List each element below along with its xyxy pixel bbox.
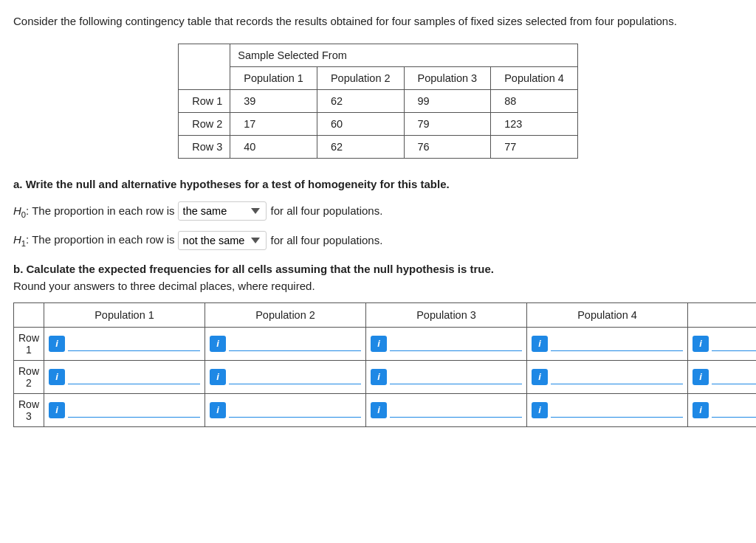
- contingency-row-2: Row 2 17 60 79 123: [179, 112, 578, 135]
- contingency-cell-r3-p3: 76: [404, 135, 491, 158]
- contingency-cell-r2-p4: 123: [491, 112, 578, 135]
- input-r1-p2[interactable]: [229, 336, 361, 351]
- grid-cell-r3-p1: i: [44, 393, 205, 426]
- contingency-cell-r1-p4: 88: [491, 89, 578, 112]
- col-header-pop2: Population 2: [317, 66, 404, 89]
- input-r3-p3[interactable]: [390, 402, 522, 418]
- info-btn-r1-p4[interactable]: i: [532, 336, 548, 352]
- contingency-cell-r2-p1: 17: [230, 112, 317, 135]
- info-btn-r2-p3[interactable]: i: [371, 369, 387, 385]
- info-btn-r3-p4[interactable]: i: [532, 402, 548, 418]
- info-btn-r3-p3[interactable]: i: [371, 402, 387, 418]
- round-note: Round your answers to three decimal plac…: [13, 280, 743, 292]
- grid-col-header-pop4: Population 4: [527, 302, 688, 327]
- contingency-row-3: Row 3 40 62 76 77: [179, 135, 578, 158]
- info-btn-r3-p1[interactable]: i: [49, 402, 65, 418]
- grid-row-label-1: Row1: [14, 327, 44, 360]
- input-r2-total[interactable]: [712, 369, 756, 384]
- hypotheses-section: a. Write the null and alternative hypoth…: [13, 173, 743, 252]
- hypotheses-section-label: a. Write the null and alternative hypoth…: [13, 173, 743, 196]
- col-header-pop1: Population 1: [230, 66, 317, 89]
- col-header-pop4: Population 4: [491, 66, 578, 89]
- grid-col-header-pop3: Population 3: [366, 302, 527, 327]
- h1-dropdown[interactable]: the same not the same: [178, 231, 267, 250]
- contingency-cell-r1-p2: 62: [317, 89, 404, 112]
- h1-suffix: for all four populations.: [271, 229, 383, 252]
- input-r3-total[interactable]: [712, 402, 756, 418]
- contingency-row-1: Row 1 39 62 99 88: [179, 89, 578, 112]
- input-r3-p2[interactable]: [229, 402, 361, 418]
- info-btn-r1-p3[interactable]: i: [371, 336, 387, 352]
- contingency-cell-r2-p2: 60: [317, 112, 404, 135]
- input-r1-total[interactable]: [712, 336, 756, 351]
- input-r2-p4[interactable]: [551, 369, 683, 384]
- input-r3-p1[interactable]: [68, 402, 200, 418]
- grid-cell-r3-total: i: [688, 393, 756, 426]
- h0-label: H0: The proportion in each row is: [13, 200, 175, 224]
- grid-cell-r2-p4: i: [527, 360, 688, 393]
- h0-dropdown[interactable]: the same not the same: [178, 201, 267, 221]
- contingency-row-label-2: Row 2: [179, 112, 230, 135]
- grid-cell-r1-p2: i: [205, 327, 366, 360]
- h1-label: H1: The proportion in each row is: [13, 229, 175, 252]
- input-r1-p1[interactable]: [68, 336, 200, 351]
- grid-cell-r1-p1: i: [44, 327, 205, 360]
- input-r2-p3[interactable]: [390, 369, 522, 384]
- input-r1-p4[interactable]: [551, 336, 683, 351]
- h0-row: H0: The proportion in each row is the sa…: [13, 200, 743, 224]
- contingency-header-top: Sample Selected From: [230, 44, 578, 66]
- info-btn-r3-total[interactable]: i: [693, 402, 709, 418]
- grid-col-header-empty: [14, 302, 44, 327]
- grid-cell-r2-p3: i: [366, 360, 527, 393]
- grid-row-3: Row3 i i i i: [14, 393, 757, 426]
- grid-cell-r3-p3: i: [366, 393, 527, 426]
- grid-col-header-total: Total: [688, 302, 756, 327]
- h1-row: H1: The proportion in each row is the sa…: [13, 229, 743, 252]
- grid-cell-r2-p1: i: [44, 360, 205, 393]
- info-btn-r1-p2[interactable]: i: [210, 336, 226, 352]
- contingency-row-label-3: Row 3: [179, 135, 230, 158]
- info-btn-r3-p2[interactable]: i: [210, 402, 226, 418]
- grid-cell-r1-p4: i: [527, 327, 688, 360]
- contingency-cell-r2-p3: 79: [404, 112, 491, 135]
- grid-row-label-3: Row3: [14, 393, 44, 426]
- info-btn-r2-p4[interactable]: i: [532, 369, 548, 385]
- grid-row-2: Row2 i i i i: [14, 360, 757, 393]
- contingency-table: Sample Selected From Population 1 Popula…: [178, 44, 578, 159]
- intro-text: Consider the following contingency table…: [13, 13, 743, 30]
- info-btn-r1-total[interactable]: i: [693, 336, 709, 352]
- contingency-cell-r3-p1: 40: [230, 135, 317, 158]
- contingency-row-label-1: Row 1: [179, 89, 230, 112]
- grid-col-header-pop1: Population 1: [44, 302, 205, 327]
- info-btn-r1-p1[interactable]: i: [49, 336, 65, 352]
- h0-suffix: for all four populations.: [271, 200, 383, 222]
- col-header-pop3: Population 3: [404, 66, 491, 89]
- grid-row-1: Row1 i i i i: [14, 327, 757, 360]
- expected-freq-table: Population 1 Population 2 Population 3 P…: [13, 302, 756, 427]
- contingency-cell-r1-p3: 99: [404, 89, 491, 112]
- input-r1-p3[interactable]: [390, 336, 522, 351]
- grid-col-header-pop2: Population 2: [205, 302, 366, 327]
- input-r3-p4[interactable]: [551, 402, 683, 418]
- part-b-label: b. Calculate the expected frequencies fo…: [13, 263, 743, 275]
- info-btn-r2-p2[interactable]: i: [210, 369, 226, 385]
- grid-cell-r3-p4: i: [527, 393, 688, 426]
- contingency-table-wrapper: Sample Selected From Population 1 Popula…: [13, 44, 743, 159]
- info-btn-r2-p1[interactable]: i: [49, 369, 65, 385]
- info-btn-r2-total[interactable]: i: [693, 369, 709, 385]
- input-r2-p2[interactable]: [229, 369, 361, 384]
- grid-cell-r2-total: i: [688, 360, 756, 393]
- input-r2-p1[interactable]: [68, 369, 200, 384]
- grid-cell-r2-p2: i: [205, 360, 366, 393]
- grid-cell-r3-p2: i: [205, 393, 366, 426]
- grid-cell-r1-p3: i: [366, 327, 527, 360]
- contingency-cell-r3-p2: 62: [317, 135, 404, 158]
- grid-header-row: Population 1 Population 2 Population 3 P…: [14, 302, 757, 327]
- grid-row-label-2: Row2: [14, 360, 44, 393]
- grid-cell-r1-total: i: [688, 327, 756, 360]
- contingency-cell-r3-p4: 77: [491, 135, 578, 158]
- contingency-cell-r1-p1: 39: [230, 89, 317, 112]
